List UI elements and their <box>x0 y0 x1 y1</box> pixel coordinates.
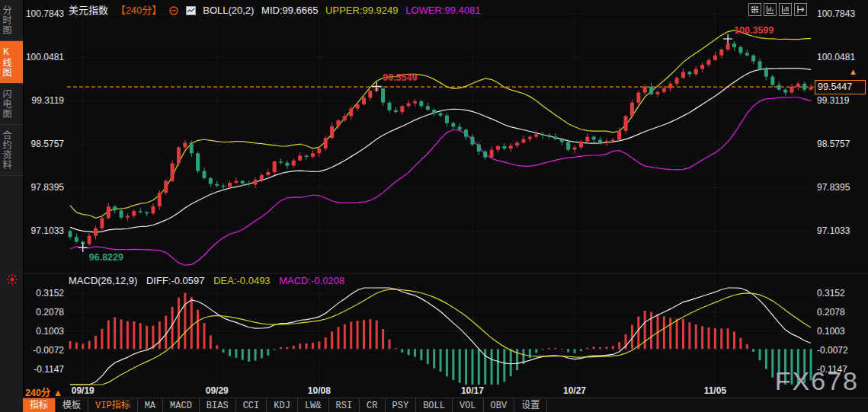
candle-body <box>490 150 494 158</box>
toolbar-item-LW&[interactable]: LW& <box>298 398 329 412</box>
candle-body <box>809 88 813 90</box>
toolbar-item-设置[interactable]: 设置 <box>514 398 547 412</box>
y-axis-label-left: 98.5757 <box>31 139 65 149</box>
candle-body <box>700 65 704 69</box>
candle-body <box>266 172 270 175</box>
toolbar-item-PSY[interactable]: PSY <box>386 398 417 412</box>
macd-hist-bar <box>669 318 671 349</box>
macd-axis-label-left: 0.2078 <box>36 307 64 318</box>
candle-body <box>738 47 742 53</box>
macd-hist-bar <box>197 310 199 350</box>
macd-hist-bar <box>478 349 480 385</box>
candle-body <box>247 184 251 185</box>
macd-hist-bar <box>618 342 620 349</box>
candle-body <box>158 193 162 206</box>
instrument-title: 美元指数 <box>69 5 108 16</box>
macd-hist-bar <box>605 347 607 349</box>
macd-hist-bar <box>88 341 91 350</box>
macd-hist-bar <box>503 349 505 382</box>
candle-body <box>694 69 698 75</box>
candle-body <box>228 183 232 187</box>
toolbar-item-BOLL[interactable]: BOLL <box>416 398 453 412</box>
macd-hist-bar <box>682 319 684 349</box>
sidebar-item-contract-info[interactable]: 合约资料 <box>0 125 23 176</box>
macd-hist-bar <box>554 348 556 349</box>
macd-axis-label-left: 0.1003 <box>36 326 64 337</box>
macd-hist-bar <box>586 348 588 350</box>
macd-hist-bar <box>759 349 761 360</box>
candle-body <box>630 103 634 117</box>
sidebar-items: 分时图K线图闪电图合约资料 <box>0 0 23 176</box>
macd-hist-bar <box>184 292 186 349</box>
alert-icon[interactable] <box>7 274 18 288</box>
macd-hist-bar <box>216 345 218 349</box>
candle-body <box>451 123 455 127</box>
toolbar-item-CR[interactable]: CR <box>360 398 385 412</box>
candle-body <box>88 236 91 244</box>
toolbar-item-MA[interactable]: MA <box>138 398 163 412</box>
toolbar-item-VIP指标[interactable]: VIP指标 <box>88 398 138 412</box>
sidebar-item-time-chart[interactable]: 分时图 <box>0 0 23 41</box>
pan-right-icon[interactable] <box>794 3 807 16</box>
kline-type-icon[interactable] <box>186 6 196 18</box>
candle-body <box>69 231 72 237</box>
collapse-indicator-icon[interactable] <box>169 6 178 18</box>
candle-body <box>509 145 513 149</box>
period-tag[interactable]: 【240分】 <box>116 5 162 16</box>
macd-hist-bar <box>446 349 448 376</box>
candle-body <box>317 149 321 153</box>
macd-hist-bar <box>357 321 359 349</box>
candle-body <box>349 108 353 116</box>
y-axis-label-right: 100.7843 <box>817 8 855 19</box>
macd-axis-label-left: 0.3152 <box>36 288 64 299</box>
toolbar-item-BIAS[interactable]: BIAS <box>200 398 236 412</box>
candle-body <box>585 137 589 142</box>
x-axis-date-label: 10/17 <box>461 385 484 396</box>
macd-hist-bar <box>229 349 231 356</box>
toolbar-item-模板[interactable]: 模板 <box>56 398 88 412</box>
macd-hist-bar <box>746 344 748 349</box>
macd-hist-bar <box>299 343 301 349</box>
toolbar-item-OBV[interactable]: OBV <box>484 398 515 412</box>
scale-left-icon[interactable] <box>764 3 777 16</box>
candle-body <box>566 142 570 150</box>
candle-body <box>381 88 385 103</box>
toolbar-item-CCI[interactable]: CCI <box>236 398 267 412</box>
y-axis-label-right: 97.1033 <box>817 225 850 236</box>
sidebar-item-flash-chart[interactable]: 闪电图 <box>0 84 23 125</box>
macd-hist-bar <box>580 349 582 351</box>
toolbar-item-指标[interactable]: 指标 <box>23 398 56 412</box>
macd-hist-bar <box>248 349 250 362</box>
move-tool-icon[interactable] <box>748 3 761 16</box>
toolbar-item-RSI[interactable]: RSI <box>329 398 360 412</box>
toolbar-item-MACD[interactable]: MACD <box>163 398 200 412</box>
candle-body <box>464 129 468 136</box>
candle-body <box>662 88 666 92</box>
candle-body <box>324 138 328 149</box>
scale-right-icon[interactable] <box>779 3 792 16</box>
macd-hist-bar <box>459 349 461 382</box>
macd-hist-bar <box>548 348 550 349</box>
candle-body <box>234 181 238 183</box>
macd-hist-bar <box>752 349 754 352</box>
candle-body <box>362 97 366 104</box>
current-price-tag: 99.5447 <box>815 80 866 94</box>
sidebar-item-kline-chart[interactable]: K线图 <box>0 41 23 84</box>
candle-body <box>802 84 806 90</box>
macd-hist-bar <box>223 349 225 353</box>
macd-hist-bar <box>688 322 690 349</box>
toolbar-item-VOL[interactable]: VOL <box>453 398 484 412</box>
macd-hist-bar <box>82 343 84 349</box>
candle-body <box>292 161 296 166</box>
chart-canvas[interactable]: 09/1909/2910/0810/1710/2711/0596.822999.… <box>0 0 868 412</box>
macd-hist-bar <box>574 349 576 353</box>
candle-body <box>796 84 800 87</box>
macd-hist-bar <box>497 349 499 385</box>
macd-hist-bar <box>561 349 563 350</box>
price-annotation: 100.3599 <box>734 25 774 36</box>
candle-body <box>668 84 672 88</box>
macd-hist-bar <box>94 336 97 349</box>
boll-band-line <box>70 30 811 218</box>
toolbar-item-KDJ[interactable]: KDJ <box>267 398 298 412</box>
y-axis-label-left: 99.3119 <box>32 95 65 106</box>
